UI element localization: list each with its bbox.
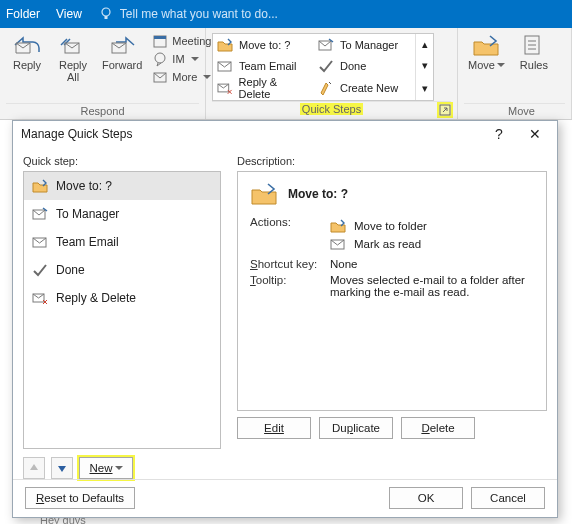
list-item[interactable]: Move to: ? [24,172,220,200]
cancel-label: Cancel [490,492,526,504]
move-folder-icon [472,33,500,57]
qs-item-create-new[interactable]: Create New [314,76,415,100]
ribbon: Reply Reply All Forward Meeting [0,28,572,120]
qs-item-done[interactable]: Done [314,55,415,76]
tell-me-placeholder: Tell me what you want to do... [120,7,278,21]
rules-button[interactable]: Rules [513,31,555,73]
folder-move-icon [32,178,48,194]
reply-all-icon [59,33,87,57]
ok-label: OK [418,492,435,504]
tooltip-value: Moves selected e-mail to a folder after … [330,274,530,298]
quick-steps-launcher[interactable] [439,104,451,116]
list-item-label: Move to: ? [56,179,112,193]
im-label: IM [172,53,184,65]
im-icon [152,51,168,67]
quick-steps-gallery: Move to: ? To Manager ▴ Team Email Done … [212,33,434,101]
dialog-footer: Reset to Defaults OK Cancel [13,479,557,517]
forward-icon [108,33,136,57]
list-item[interactable]: Done [24,256,220,284]
qs-item-label: Create New [340,82,398,94]
action-text: Move to folder [354,220,427,232]
list-item-label: Done [56,263,85,277]
qs-item-move-to[interactable]: Move to: ? [213,34,314,55]
svg-rect-5 [154,36,166,39]
tab-view[interactable]: View [56,7,82,21]
dialog-title: Manage Quick Steps [21,127,477,141]
mark-read-icon [330,236,346,252]
description-label: Description: [237,149,547,171]
reply-icon [13,33,41,57]
reset-defaults-button[interactable]: Reset to Defaults [25,487,135,509]
create-new-icon [318,80,334,96]
manage-quick-steps-dialog: Manage Quick Steps ? ✕ Quick step: Move … [12,120,558,518]
reply-button[interactable]: Reply [6,31,48,73]
qs-item-label: Reply & Delete [239,76,310,100]
reply-all-button[interactable]: Reply All [52,31,94,85]
meeting-icon [152,33,168,49]
group-move: Move Rules Move [458,28,572,119]
delete-label: Delete [421,422,454,434]
ribbon-tabbar: Folder View Tell me what you want to do.… [0,0,572,28]
dialog-launcher-icon [439,104,451,116]
group-respond-label: Respond [6,103,199,119]
qs-item-team-email[interactable]: Team Email [213,55,314,76]
qs-gallery-more[interactable]: ▾ [415,76,433,100]
svg-point-6 [155,53,165,63]
list-item[interactable]: To Manager [24,200,220,228]
arrow-down-icon [56,462,68,474]
description-pane: Description: Move to: ? Actions: Move to… [221,149,547,479]
dialog-help-button[interactable]: ? [485,126,513,142]
rules-icon [522,33,546,57]
cancel-button[interactable]: Cancel [471,487,545,509]
group-quick-steps-label: Quick Steps [212,101,451,117]
reply-label: Reply [13,59,41,71]
svg-rect-1 [104,16,107,19]
svg-point-0 [102,8,110,16]
qs-item-to-manager[interactable]: To Manager [314,34,415,55]
qs-scroll-down[interactable]: ▾ [415,55,433,76]
qs-item-label: Team Email [239,60,296,72]
duplicate-label: Duplicate [332,422,380,434]
forward-button[interactable]: Forward [98,31,146,73]
delete-button[interactable]: Delete [401,417,475,439]
move-up-button[interactable] [23,457,45,479]
folder-move-icon [217,37,233,53]
tell-me-search[interactable]: Tell me what you want to do... [98,6,278,22]
new-button[interactable]: New [79,457,133,479]
done-icon [32,262,48,278]
list-item-label: Team Email [56,235,119,249]
quick-step-list-pane: Quick step: Move to: ? To Manager Team E… [23,149,221,479]
list-item[interactable]: Team Email [24,228,220,256]
move-down-button[interactable] [51,457,73,479]
reply-delete-icon [32,290,48,306]
more-icon [152,69,168,85]
action-text: Mark as read [354,238,421,250]
to-manager-icon [318,37,334,53]
qs-scroll-up[interactable]: ▴ [415,34,433,55]
quick-step-list-label: Quick step: [23,149,221,171]
qs-item-label: Done [340,60,366,72]
dialog-close-button[interactable]: ✕ [521,126,549,142]
dialog-titlebar: Manage Quick Steps ? ✕ [13,121,557,147]
meeting-button[interactable]: Meeting [150,33,213,49]
team-email-icon [217,58,233,74]
edit-button[interactable]: Edit [237,417,311,439]
im-button[interactable]: IM [150,51,213,67]
ok-button[interactable]: OK [389,487,463,509]
shortcut-value: None [330,258,358,270]
qs-item-label: To Manager [340,39,398,51]
selected-name: Move to: ? [288,187,348,201]
lightbulb-icon [98,6,114,22]
list-item-label: To Manager [56,207,119,221]
list-item[interactable]: Reply & Delete [24,284,220,312]
more-respond-button[interactable]: More [150,69,213,85]
qs-item-label: Move to: ? [239,39,290,51]
duplicate-button[interactable]: Duplicate [319,417,393,439]
move-button[interactable]: Move [464,31,509,73]
tab-folder[interactable]: Folder [6,7,40,21]
reply-all-label: Reply All [59,59,87,83]
qs-item-reply-delete[interactable]: Reply & Delete [213,76,314,100]
actions-label: Actions: [250,216,326,228]
edit-label: Edit [264,422,284,434]
group-quick-steps-label-text: Quick Steps [300,103,363,115]
